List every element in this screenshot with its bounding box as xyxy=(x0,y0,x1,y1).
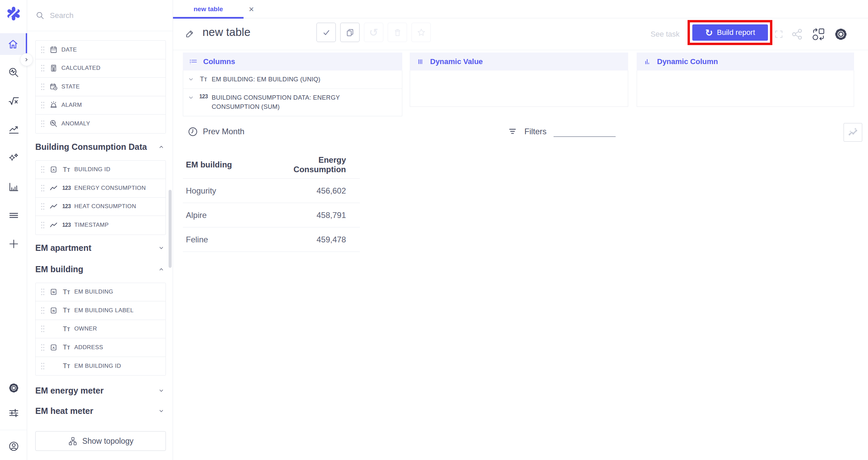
drag-handle-icon xyxy=(40,306,45,315)
sidebar-expand-button[interactable] xyxy=(20,53,33,66)
rail-item-menu[interactable] xyxy=(0,206,27,225)
convert-button[interactable] xyxy=(810,18,827,50)
section-title: EM heat meter xyxy=(35,406,93,416)
field-label: OWNER xyxy=(74,325,97,332)
drag-handle-icon xyxy=(40,101,45,109)
field-label: DATE xyxy=(61,46,77,53)
share-icon xyxy=(791,28,804,41)
columns-item[interactable]: 123BUILDING CONSUMPTION DATA: ENERGY CON… xyxy=(183,89,402,116)
period-selector[interactable]: Prev Month xyxy=(187,124,245,139)
show-topology-button[interactable]: Show topology xyxy=(35,431,166,451)
filters-control[interactable]: Filters xyxy=(506,124,546,139)
rail-item-home[interactable] xyxy=(0,33,27,55)
dynamic-value-dropzone[interactable] xyxy=(410,71,628,107)
calculator-icon xyxy=(49,64,58,73)
app-logo[interactable] xyxy=(0,0,27,27)
table-row: Hogurity456,602 xyxy=(183,179,360,203)
section-header-em-heat-meter[interactable]: EM heat meter xyxy=(35,404,166,418)
section-title: Building Consumption Data xyxy=(35,142,147,152)
rail-item-bar-chart[interactable] xyxy=(0,177,27,196)
tab-new-table[interactable]: new table xyxy=(173,0,244,18)
filters-input[interactable] xyxy=(554,125,616,137)
rail-item-profile[interactable] xyxy=(0,437,27,456)
trend-icon xyxy=(8,124,20,136)
build-report-label: Build report xyxy=(717,28,755,37)
section-header-building-consumption-data[interactable]: Building Consumption Data xyxy=(35,140,166,154)
rail-item-preferences[interactable] xyxy=(0,403,27,422)
field-item-owner[interactable]: TтOWNER xyxy=(36,320,166,339)
refresh-ccw-icon: ↺ xyxy=(369,27,378,38)
field-item-em-building-id[interactable]: TтEM BUILDING ID xyxy=(36,357,166,376)
field-item-state[interactable]: STATE xyxy=(36,78,166,96)
n123-icon: 123 xyxy=(62,203,71,209)
field-item-calculated[interactable]: CALCULATED xyxy=(36,59,166,78)
chevron-up-icon xyxy=(157,265,165,273)
section-header-em-building[interactable]: EM building xyxy=(35,263,166,276)
dynamic-value-label: Dynamic Value xyxy=(430,57,483,66)
field-item-heat-consumption[interactable]: 123HEAT CONSUMPTION xyxy=(36,198,166,216)
drag-handle-icon xyxy=(40,202,45,211)
revert-button[interactable]: ↺ xyxy=(364,23,383,42)
drag-handle-icon xyxy=(40,82,45,91)
dynamic-column-panel: Dynamic Column xyxy=(637,53,854,107)
field-item-em-building-label[interactable]: NTтEM BUILDING LABEL xyxy=(36,301,166,320)
calendar-icon xyxy=(49,45,58,54)
field-item-em-building[interactable]: NTтEM BUILDING xyxy=(36,283,166,302)
title-bar: new table ↺ See task ↻ Build report xyxy=(173,18,868,50)
insight-chart-button[interactable] xyxy=(844,123,862,142)
field-label: BUILDING ID xyxy=(74,166,110,173)
edit-pencil-icon[interactable] xyxy=(184,28,195,39)
tab-label: new table xyxy=(194,5,223,13)
section-header-em-energy-meter[interactable]: EM energy meter xyxy=(35,384,166,397)
rail-item-formula[interactable] xyxy=(0,92,27,111)
tt-icon: Tт xyxy=(63,343,70,351)
search-pulse-icon xyxy=(8,67,20,79)
field-item-anomaly[interactable]: ANOMALY xyxy=(36,115,166,133)
sidebar-scrollbar[interactable] xyxy=(169,190,172,268)
cell-em-building: Alpire xyxy=(183,211,282,220)
section-header-em-apartment[interactable]: EM apartment xyxy=(35,241,166,255)
rail-item-settings[interactable] xyxy=(0,378,27,397)
duplicate-button[interactable] xyxy=(340,23,360,42)
favorite-button[interactable] xyxy=(411,23,431,42)
search-input[interactable] xyxy=(50,11,165,20)
field-group: DATECALCULATEDSTATEALARMANOMALY xyxy=(35,40,166,134)
rail-item-add[interactable] xyxy=(0,235,27,254)
plus-icon xyxy=(8,238,20,250)
share-button[interactable] xyxy=(789,18,805,50)
columns-item[interactable]: TтEM BUILDING: EM BUILDING (UNIQ) xyxy=(183,71,402,89)
boxed-a-icon: A xyxy=(49,343,58,352)
field-label: EM BUILDING LABEL xyxy=(74,307,134,314)
main-area: new table × new table ↺ See task ↻ Build… xyxy=(173,0,868,460)
fullscreen-button[interactable] xyxy=(771,18,787,50)
report-table: EM building Energy Consumption Hogurity4… xyxy=(183,151,360,252)
dynamic-column-dropzone[interactable] xyxy=(637,71,854,107)
drag-handle-icon xyxy=(40,343,45,352)
build-report-button[interactable]: ↻ Build report xyxy=(692,24,768,41)
column-header-energy-consumption: Energy Consumption xyxy=(282,155,360,174)
table-row: Feline459,478 xyxy=(183,227,360,252)
field-item-alarm[interactable]: ALARM xyxy=(36,96,166,115)
field-item-timestamp[interactable]: 123TIMESTAMP xyxy=(36,216,166,235)
field-item-building-id[interactable]: ATтBUILDING ID xyxy=(36,161,166,179)
rail-item-trend[interactable] xyxy=(0,120,27,139)
swap-icon xyxy=(811,27,826,41)
tab-close-icon[interactable]: × xyxy=(246,0,257,18)
dynamic-column-label: Dynamic Column xyxy=(657,57,718,66)
section-title: EM building xyxy=(35,264,83,274)
columns-panel-header[interactable]: Columns xyxy=(183,53,402,71)
delete-button[interactable] xyxy=(388,23,407,42)
dynamic-column-header[interactable]: Dynamic Column xyxy=(637,53,854,71)
rail-item-anomaly-search[interactable] xyxy=(0,63,27,82)
apply-button[interactable] xyxy=(316,23,336,42)
dynamic-value-header[interactable]: Dynamic Value xyxy=(410,53,628,71)
chevron-down-icon xyxy=(187,75,195,83)
rail-divider xyxy=(0,430,27,430)
field-item-address[interactable]: ATтADDRESS xyxy=(36,338,166,357)
n123-icon: 123 xyxy=(62,185,71,191)
field-item-energy-consumption[interactable]: 123ENERGY CONSUMPTION xyxy=(36,179,166,198)
rail-item-ai-sparkles[interactable] xyxy=(0,149,27,168)
list-icon xyxy=(189,57,198,66)
field-item-date[interactable]: DATE xyxy=(36,41,166,59)
settings-button[interactable] xyxy=(833,18,849,50)
